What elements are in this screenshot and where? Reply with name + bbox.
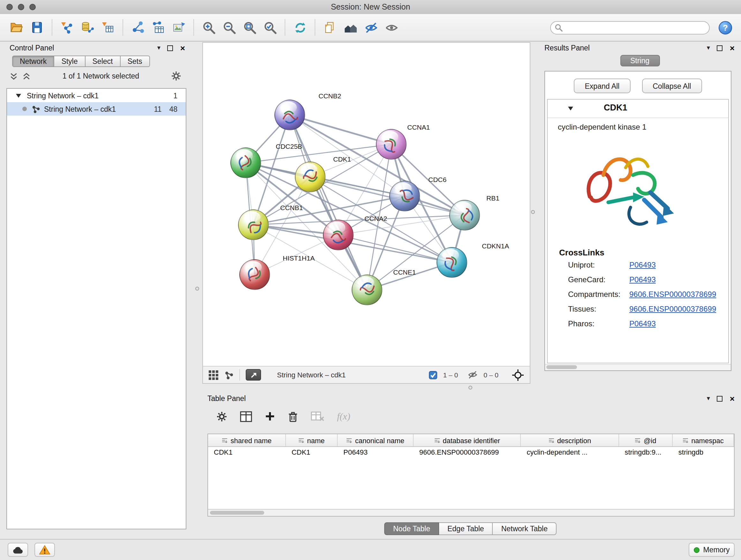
network-node-HIST1H1A[interactable] [239, 259, 270, 290]
column-sort-icon[interactable] [434, 437, 440, 443]
selected-checkbox-icon[interactable] [429, 371, 437, 379]
new-network-from-table-button[interactable] [148, 17, 169, 38]
hide-selected-button[interactable] [360, 17, 381, 38]
network-node-CDC6[interactable] [389, 181, 420, 211]
birds-eye-view-icon[interactable] [209, 370, 218, 380]
column-header-description[interactable]: description [521, 434, 619, 446]
cloud-status-button[interactable] [8, 543, 28, 557]
node-section-header[interactable]: CDK1 [548, 100, 728, 118]
column-header-shared-name[interactable]: shared name [208, 434, 286, 446]
column-header--id[interactable]: @id [619, 434, 672, 446]
network-collection-row[interactable]: String Network – cdk1 1 [7, 89, 186, 102]
collapse-all-button[interactable]: Collapse All [642, 78, 702, 93]
network-node-CCNB2[interactable] [274, 100, 305, 130]
crosslink-value-link[interactable]: P06493 [629, 260, 656, 269]
network-row[interactable]: String Network – cdk1 11 48 [7, 102, 186, 116]
splitter-handle[interactable] [468, 386, 472, 389]
crosslink-value-link[interactable]: 9606.ENSP00000378699 [629, 304, 716, 313]
gear-icon[interactable] [171, 71, 181, 81]
help-button[interactable]: ? [719, 21, 732, 34]
network-view[interactable]: CCNB2 CCNA1 CDC25B [202, 42, 530, 384]
tab-sets[interactable]: Sets [120, 56, 150, 67]
string-toolbar-icon[interactable] [224, 370, 233, 380]
network-graph[interactable]: CCNB2 CCNA1 CDC25B [203, 43, 530, 367]
zoom-fit-button[interactable] [239, 17, 260, 38]
search-input[interactable] [550, 21, 710, 34]
network-node-CCNE1[interactable] [352, 274, 382, 305]
splitter-handle[interactable] [195, 287, 199, 291]
panel-float-icon[interactable]: ▾ [157, 45, 160, 51]
network-node-CDC25B[interactable] [230, 147, 261, 178]
column-sort-icon[interactable] [682, 437, 689, 443]
crosslink-value-link[interactable]: 9606.ENSP00000378699 [629, 290, 716, 299]
tab-node-table[interactable]: Node Table [384, 522, 439, 535]
results-horizontal-scrollbar[interactable] [545, 364, 731, 370]
save-session-button[interactable] [27, 17, 47, 38]
network-node-CCNA2[interactable] [323, 220, 354, 250]
home-button[interactable] [340, 17, 360, 38]
crosslinks-title: CrossLinks [559, 248, 728, 257]
panel-close-icon[interactable]: × [730, 44, 735, 52]
splitter-handle[interactable] [531, 210, 535, 214]
network-node-RB1[interactable] [449, 200, 480, 231]
collapse-all-tree-icon[interactable] [10, 72, 18, 80]
zoom-out-button[interactable] [219, 17, 239, 38]
refresh-view-button[interactable] [290, 17, 310, 38]
panel-float-icon[interactable]: ▾ [707, 45, 710, 51]
new-network-button[interactable] [128, 17, 148, 38]
tab-select[interactable]: Select [85, 56, 121, 67]
expand-all-button[interactable]: Expand All [574, 78, 630, 93]
network-node-CCNB1[interactable] [238, 209, 269, 240]
memory-button[interactable]: Memory [689, 543, 735, 557]
network-node-CDKN1A[interactable] [436, 247, 467, 278]
panel-close-icon[interactable]: × [180, 44, 185, 52]
zoom-in-button[interactable] [199, 17, 219, 38]
node-table[interactable]: shared name name canonical name database… [207, 434, 735, 516]
column-sort-icon[interactable] [222, 437, 228, 443]
column-sort-icon[interactable] [635, 437, 641, 443]
tab-network-table[interactable]: Network Table [493, 522, 556, 535]
table-panel: Table Panel ▾ × [202, 393, 738, 537]
import-network-from-database-button[interactable] [77, 17, 98, 38]
network-node-CDK1[interactable] [295, 162, 326, 192]
column-header-database-identifier[interactable]: database identifier [414, 434, 521, 446]
crosshair-icon[interactable] [512, 369, 524, 381]
hidden-eye-slash-icon[interactable] [467, 370, 478, 379]
table-settings-gear-icon[interactable] [216, 411, 227, 422]
warning-status-button[interactable] [35, 543, 55, 557]
network-node-CCNA1[interactable] [376, 129, 407, 160]
add-column-plus-icon[interactable] [265, 411, 275, 422]
zoom-selected-button[interactable] [260, 17, 280, 38]
table-horizontal-scrollbar[interactable] [208, 509, 734, 516]
expand-all-tree-icon[interactable] [22, 72, 30, 80]
column-header-canonical-name[interactable]: canonical name [338, 434, 414, 446]
show-all-button[interactable] [381, 17, 401, 38]
panel-close-icon[interactable]: × [730, 394, 735, 402]
table-row[interactable]: CDK1CDK1P064939606.ENSP00000378699cyclin… [208, 447, 734, 459]
panel-maximize-icon[interactable] [717, 395, 723, 401]
tab-style[interactable]: Style [54, 56, 85, 67]
column-sort-icon[interactable] [298, 437, 305, 443]
delete-column-trash-icon[interactable] [288, 411, 298, 422]
import-network-from-file-button[interactable] [57, 17, 77, 38]
tab-edge-table[interactable]: Edge Table [439, 522, 493, 535]
panel-float-icon[interactable]: ▾ [707, 395, 710, 401]
open-in-string-button[interactable] [246, 369, 261, 381]
column-header-namespac[interactable]: namespac [673, 434, 734, 446]
column-sort-icon[interactable] [548, 437, 555, 443]
tab-string[interactable]: String [620, 55, 660, 66]
panel-maximize-icon[interactable] [167, 45, 173, 51]
section-disclosure-triangle-icon[interactable] [568, 107, 573, 111]
crosslink-value-link[interactable]: P06493 [629, 275, 656, 284]
column-sort-icon[interactable] [346, 437, 353, 443]
crosslink-value-link[interactable]: P06493 [629, 319, 656, 328]
show-columns-icon[interactable] [240, 411, 252, 422]
import-table-from-file-button[interactable] [98, 17, 118, 38]
export-image-button[interactable] [169, 17, 189, 38]
tab-network[interactable]: Network [12, 56, 54, 67]
column-header-name[interactable]: name [286, 434, 338, 446]
disclosure-triangle-icon[interactable] [16, 94, 21, 98]
panel-maximize-icon[interactable] [717, 45, 723, 51]
open-session-button[interactable] [6, 17, 27, 38]
copy-button[interactable] [320, 17, 340, 38]
